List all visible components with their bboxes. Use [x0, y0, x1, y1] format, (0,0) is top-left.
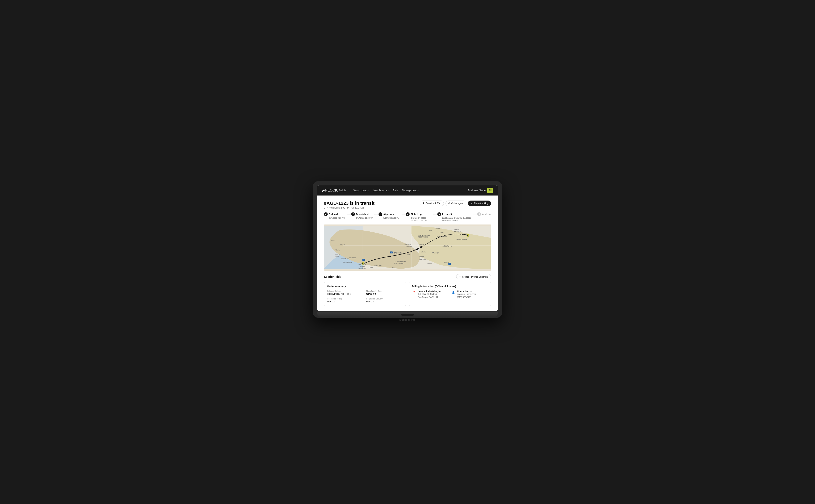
map-container[interactable]: Fresno Visalia Salinas San Luis Obispo S… [324, 224, 491, 271]
create-favorite-button[interactable]: ♡ Create Favorite Shipment [456, 274, 491, 279]
svg-text:Flagstaff: Flagstaff [419, 243, 425, 245]
pickup-value: May 22 [327, 300, 364, 303]
step-circle-6: 6 [477, 212, 481, 216]
step-detail-2: 5/17/2022 11:00 AM [351, 217, 373, 219]
step-detail-3: 5/17/2022 1:00 PM [379, 217, 399, 219]
order-summary-title: Order summary [327, 285, 403, 288]
step-circle-2: ✓ [351, 212, 355, 216]
svg-text:Bakersfield: Bakersfield [349, 257, 356, 259]
billing-address-detail: 123 Main St, Suite A San Diego, CA 92101 [418, 293, 442, 299]
create-favorite-label: Create Favorite Shipment [462, 276, 488, 278]
order-again-button[interactable]: ↺ Order again [446, 201, 466, 206]
main-content: #AGD-1223 is in transit ETA to delivery:… [317, 196, 498, 311]
company-name: Lumon Industries, Inc. [418, 290, 442, 293]
svg-text:Kanab: Kanab [440, 232, 444, 233]
svg-text:San Luis: San Luis [335, 254, 340, 255]
svg-text:Durango: Durango [454, 229, 459, 230]
step-circle-5: 5 [437, 212, 441, 216]
step-in-transit: 5 In transit Last location: Smithville, … [437, 212, 475, 222]
step-at-delivery: 6 At delivery [477, 212, 491, 217]
nav-load-matches[interactable]: Load Matches [373, 188, 389, 193]
navbar: F FLOCK Freight Search Loads Load Matche… [317, 185, 498, 196]
step-label-4: Picked up [411, 213, 422, 215]
svg-text:RESERVATION: RESERVATION [443, 246, 452, 247]
freight-wordmark: Freight [339, 189, 346, 192]
selected-option-value: FlockDirect® No Flex ⓘ [327, 293, 364, 295]
section-header: Section Title ♡ Create Favorite Shipment [324, 274, 491, 279]
svg-text:10: 10 [449, 263, 450, 265]
svg-text:Fresno: Fresno [340, 243, 345, 245]
svg-text:ARIZONA: ARIZONA [432, 252, 439, 254]
step-label-1: Ordered [329, 213, 338, 215]
svg-point-51 [362, 263, 363, 264]
download-bol-label: Download BOL [426, 202, 441, 205]
svg-text:HUALAPAI INDIAN: HUALAPAI INDIAN [418, 235, 430, 236]
nav-manage-loads[interactable]: Manage Loads [402, 188, 419, 193]
svg-text:Santa Barbara: Santa Barbara [343, 261, 352, 263]
order-again-label: Order again [451, 202, 463, 205]
selected-option-field: Selected Option FlockDirect® No Flex ⓘ [327, 290, 364, 296]
delivery-label: Requested Delivery [366, 298, 403, 300]
delivery-field: Requested Delivery May 23 [366, 298, 403, 303]
download-icon: ⬇ [423, 202, 425, 205]
flock-f-logo: F [322, 188, 324, 193]
flock-wordmark: FLOCK [325, 188, 338, 193]
billing-address: 📍 Lumon Industries, Inc. 123 Main St, Su… [412, 290, 449, 299]
nav-bids[interactable]: Bids [393, 188, 398, 193]
svg-text:10: 10 [363, 259, 364, 261]
page-eta: ETA to delivery: 2:00 PM PST 11/23/23 [324, 206, 375, 209]
macbook-label: MacBook Pro [399, 318, 415, 323]
share-icon: ↗ [471, 202, 472, 205]
step-detail-5: Last location: Smithville, CA 923215/18/… [437, 217, 471, 222]
step-label-5: In transit [442, 213, 452, 215]
billing-contact: 👤 Chuck Norris cnorris@lumon.com (619) 5… [451, 290, 488, 299]
svg-text:Indio: Indio [392, 267, 395, 268]
nav-logo: F FLOCK Freight [322, 188, 346, 193]
section-title: Section Title [324, 275, 341, 278]
share-tracking-button[interactable]: ↗ Share tracking [468, 201, 491, 206]
business-name: Business Name [468, 189, 486, 192]
svg-text:Prescott: Prescott [427, 263, 432, 264]
page-title: #AGD-1223 is in transit [324, 201, 375, 206]
billing-card: Billing information (Office nickname) 📍 … [409, 282, 491, 306]
rate-label: Flock Freight Rate [366, 290, 403, 292]
svg-text:Winslow: Winslow [421, 251, 426, 253]
svg-text:HOPI: HOPI [444, 244, 448, 246]
billing-contact-detail: cnorris@lumon.com (619) 555-8787 [457, 293, 476, 299]
laptop-notch [401, 314, 414, 316]
svg-text:Farmington: Farmington [454, 231, 461, 232]
order-summary-grid: Selected Option FlockDirect® No Flex ⓘ F… [327, 290, 403, 303]
svg-text:40: 40 [391, 252, 392, 253]
step-label-3: At pickup [383, 213, 394, 215]
download-bol-button[interactable]: ⬇ Download BOL [420, 201, 444, 206]
nav-search-loads[interactable]: Search Loads [353, 188, 369, 193]
laptop-base [317, 312, 498, 318]
delivery-value: May 23 [366, 300, 403, 303]
order-summary-card: Order summary Selected Option FlockDirec… [324, 282, 406, 306]
header-actions: ⬇ Download BOL ↺ Order again ↗ Share tra… [420, 201, 491, 206]
svg-text:Phoenix: Phoenix [444, 261, 450, 263]
svg-text:RESERVATION: RESERVATION [394, 263, 404, 264]
rate-field: Flock Freight Rate $497.09 [366, 290, 403, 296]
svg-text:Long Beach: Long Beach [359, 267, 366, 269]
page-header: #AGD-1223 is in transit ETA to delivery:… [324, 201, 491, 209]
svg-text:Visalia: Visalia [336, 249, 340, 251]
step-at-pickup: ✓ At pickup 5/17/2022 1:00 PM [379, 212, 404, 219]
svg-text:Palm Desert: Palm Desert [375, 265, 382, 266]
rate-value: $497.09 [366, 293, 403, 296]
user-avatar[interactable]: SU [487, 188, 493, 193]
selected-option-label: Selected Option [327, 290, 364, 292]
contact-icon: 👤 [451, 290, 455, 295]
step-circle-4: ✓ [406, 212, 410, 216]
svg-text:Anaheim: Anaheim [360, 266, 365, 267]
svg-text:Page: Page [429, 230, 432, 231]
step-ordered: ✓ Ordered 5/17/2022 9:23 AM [324, 212, 349, 219]
svg-text:Blythe: Blythe [407, 254, 411, 256]
svg-text:NAVAJO NATION: NAVAJO NATION [456, 239, 467, 240]
step-picked-up: ✓ Picked up Shafter, CA 923305/17/2022 1… [406, 212, 435, 222]
step-circle-3: ✓ [379, 212, 382, 216]
nav-links: Search Loads Load Matches Bids Manage Lo… [353, 188, 468, 193]
svg-text:Santa Maria: Santa Maria [341, 258, 349, 260]
step-label-6: At delivery [482, 213, 491, 215]
svg-text:Sedona: Sedona [419, 256, 424, 257]
